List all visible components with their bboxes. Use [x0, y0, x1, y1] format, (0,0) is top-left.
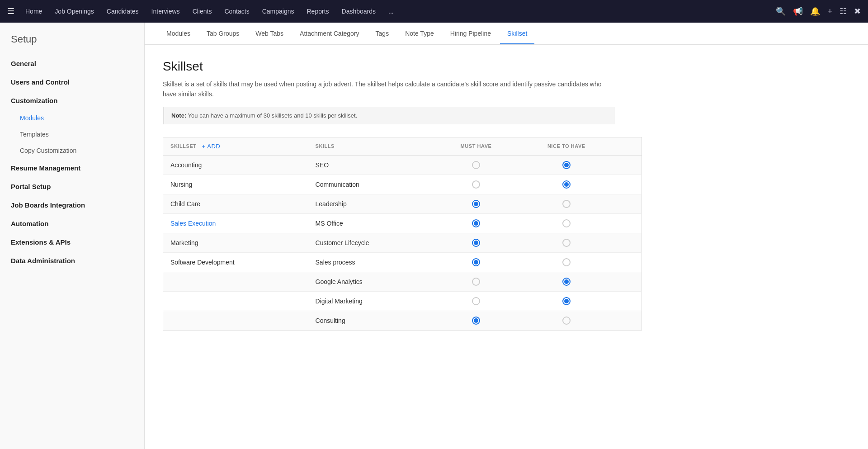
note-text: You can have a maximum of 30 skillsets a… — [186, 112, 357, 119]
must-have-cell[interactable] — [434, 233, 518, 252]
nice-to-have-cell[interactable] — [518, 272, 615, 291]
note-prefix: Note: — [171, 112, 186, 119]
must-have-cell[interactable] — [434, 291, 518, 311]
must-have-cell[interactable] — [434, 272, 518, 291]
tab-hiring-pipeline[interactable]: Hiring Pipeline — [443, 23, 498, 44]
must-have-radio[interactable] — [441, 180, 511, 189]
table-header-row: SKILLSET + Add SKILLS MUST HAVE NICE TO … — [163, 137, 642, 155]
skillset-cell — [163, 311, 308, 330]
sidebar-item-job-boards[interactable]: Job Boards Integration — [0, 196, 144, 214]
top-navigation: ☰ Home Job Openings Candidates Interview… — [0, 0, 868, 23]
bell-icon[interactable]: 🔔 — [810, 6, 820, 16]
must-have-radio[interactable] — [441, 297, 511, 305]
nice-to-have-radio[interactable] — [525, 278, 608, 286]
sidebar-item-resume-management[interactable]: Resume Management — [0, 159, 144, 177]
must-have-cell[interactable] — [434, 155, 518, 175]
nav-contacts[interactable]: Contacts — [219, 5, 255, 18]
skill-cell: SEO — [308, 155, 434, 175]
must-have-radio[interactable] — [441, 239, 511, 247]
sidebar-item-users-control[interactable]: Users and Control — [0, 73, 144, 91]
megaphone-icon[interactable]: 📢 — [793, 6, 803, 16]
nice-to-have-cell[interactable] — [518, 233, 615, 252]
sidebar-item-customization[interactable]: Customization — [0, 91, 144, 110]
nice-to-have-radio[interactable] — [525, 258, 608, 266]
nice-to-have-cell[interactable] — [518, 291, 615, 311]
tab-attachment-category[interactable]: Attachment Category — [292, 23, 367, 44]
nice-to-have-radio[interactable] — [525, 219, 608, 227]
tab-web-tabs[interactable]: Web Tabs — [248, 23, 291, 44]
table-row: Consulting — [163, 311, 642, 330]
wrench-icon[interactable]: ✖ — [854, 6, 861, 16]
sidebar-item-data-admin[interactable]: Data Administration — [0, 251, 144, 270]
table-row: Child CareLeadership — [163, 194, 642, 213]
nav-campaigns[interactable]: Campaigns — [257, 5, 300, 18]
skillset-cell: Accounting — [163, 155, 308, 175]
tab-tags[interactable]: Tags — [368, 23, 396, 44]
must-have-radio[interactable] — [441, 278, 511, 286]
note-box: Note: You can have a maximum of 30 skill… — [163, 107, 615, 124]
nav-clients[interactable]: Clients — [187, 5, 217, 18]
th-skills: SKILLS — [308, 137, 434, 155]
tab-skillset[interactable]: Skillset — [500, 23, 534, 44]
th-nice-to-have: NICE TO HAVE — [518, 137, 615, 155]
must-have-cell[interactable] — [434, 175, 518, 194]
skill-cell: Customer Lifecycle — [308, 233, 434, 252]
nice-to-have-cell[interactable] — [518, 175, 615, 194]
nav-interviews[interactable]: Interviews — [146, 5, 185, 18]
skillset-link[interactable]: Sales Execution — [170, 220, 216, 227]
skillset-table: SKILLSET + Add SKILLS MUST HAVE NICE TO … — [163, 137, 642, 331]
tab-tab-groups[interactable]: Tab Groups — [199, 23, 246, 44]
tab-modules[interactable]: Modules — [159, 23, 198, 44]
sidebar-item-copy-customization[interactable]: Copy Customization — [0, 142, 144, 159]
table-row: MarketingCustomer Lifecycle — [163, 233, 642, 252]
app-layout: Setup General Users and Control Customiz… — [0, 23, 868, 449]
must-have-cell[interactable] — [434, 311, 518, 330]
must-have-radio[interactable] — [441, 317, 511, 325]
must-have-radio[interactable] — [441, 161, 511, 169]
must-have-radio[interactable] — [441, 219, 511, 227]
nice-to-have-cell[interactable] — [518, 155, 615, 175]
action-cell — [615, 272, 642, 291]
nice-to-have-cell[interactable] — [518, 213, 615, 233]
sidebar-item-extensions[interactable]: Extensions & APIs — [0, 233, 144, 251]
table-row: Sales ExecutionMS Office — [163, 213, 642, 233]
search-icon[interactable]: 🔍 — [776, 6, 786, 16]
table-row: NursingCommunication — [163, 175, 642, 194]
nice-to-have-radio[interactable] — [525, 297, 608, 305]
sidebar-item-portal-setup[interactable]: Portal Setup — [0, 177, 144, 196]
sidebar-item-modules[interactable]: Modules — [0, 110, 144, 126]
nice-to-have-radio[interactable] — [525, 200, 608, 208]
must-have-cell[interactable] — [434, 194, 518, 213]
plus-icon[interactable]: + — [827, 7, 832, 16]
nice-to-have-radio[interactable] — [525, 161, 608, 169]
nav-job-openings[interactable]: Job Openings — [49, 5, 99, 18]
nav-home[interactable]: Home — [20, 5, 47, 18]
must-have-cell[interactable] — [434, 252, 518, 272]
th-must-have: MUST HAVE — [434, 137, 518, 155]
page-description: Skillset is a set of skills that may be … — [163, 79, 615, 99]
nav-candidates[interactable]: Candidates — [101, 5, 144, 18]
sidebar-item-general[interactable]: General — [0, 54, 144, 73]
nav-reports[interactable]: Reports — [302, 5, 335, 18]
nice-to-have-radio[interactable] — [525, 317, 608, 325]
hamburger-icon[interactable]: ☰ — [7, 6, 14, 16]
sidebar-item-automation[interactable]: Automation — [0, 214, 144, 233]
must-have-radio[interactable] — [441, 258, 511, 266]
nice-to-have-radio[interactable] — [525, 239, 608, 247]
nav-more[interactable]: ... — [383, 5, 399, 18]
must-have-radio[interactable] — [441, 200, 511, 208]
nice-to-have-radio[interactable] — [525, 180, 608, 189]
nice-to-have-cell[interactable] — [518, 194, 615, 213]
tab-note-type[interactable]: Note Type — [398, 23, 441, 44]
action-cell — [615, 252, 642, 272]
must-have-cell[interactable] — [434, 213, 518, 233]
sidebar-item-templates[interactable]: Templates — [0, 126, 144, 142]
grid-icon[interactable]: ☷ — [840, 6, 847, 16]
table-row: AccountingSEO — [163, 155, 642, 175]
nav-dashboards[interactable]: Dashboards — [336, 5, 382, 18]
add-skillset-button[interactable]: + Add — [202, 143, 221, 150]
action-cell — [615, 311, 642, 330]
nice-to-have-cell[interactable] — [518, 311, 615, 330]
nice-to-have-cell[interactable] — [518, 252, 615, 272]
skillset-cell — [163, 291, 308, 311]
